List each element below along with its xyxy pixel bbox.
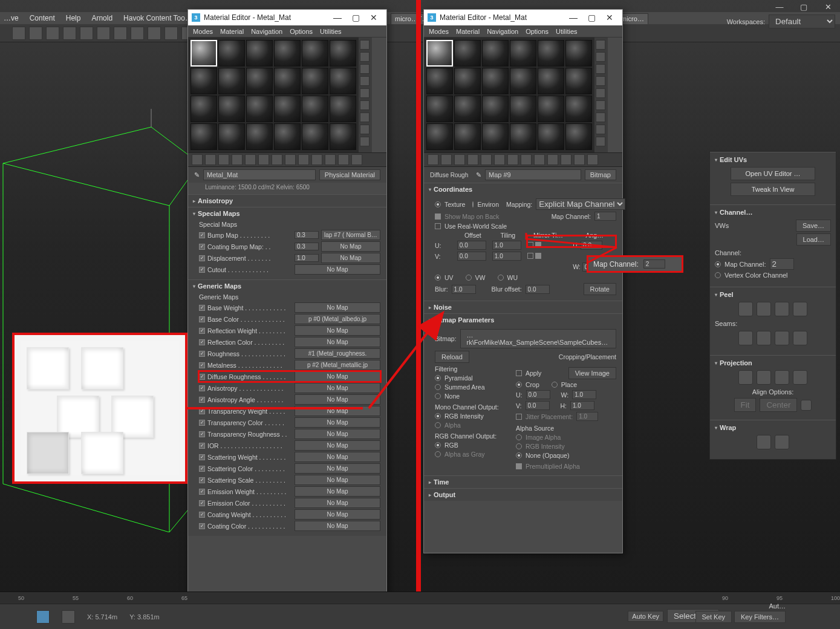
workspaces-select[interactable]: Default [769, 15, 835, 28]
map-slot-button[interactable]: No Map [295, 417, 380, 428]
map-slot-button[interactable]: No Map [295, 383, 380, 393]
side-tool-icon[interactable] [360, 76, 370, 86]
sample-slot[interactable] [565, 40, 592, 67]
reload-button[interactable]: Reload [435, 351, 469, 363]
map-enable-check[interactable] [199, 466, 205, 472]
toolbar-button[interactable] [80, 27, 93, 40]
mat-tool-icon[interactable] [507, 154, 518, 165]
map-enable-check[interactable] [199, 431, 205, 437]
map-enable-check[interactable] [199, 443, 205, 449]
menu-item[interactable]: Modes [193, 28, 213, 35]
map-slot-button[interactable]: No Map [295, 325, 380, 336]
sample-slot[interactable] [246, 68, 273, 94]
rotate-button[interactable]: Rotate [584, 283, 616, 295]
rgb-gray-radio[interactable] [435, 451, 441, 457]
mat-tool-icon[interactable] [232, 154, 243, 165]
mat-tool-icon[interactable] [547, 154, 558, 165]
map-slot-button[interactable]: No Map [295, 406, 380, 416]
seam-tool-icon[interactable] [793, 331, 807, 345]
map-type-button[interactable]: Bitmap [585, 169, 616, 180]
menu-item[interactable]: Options [290, 28, 313, 35]
map-slot-button[interactable]: No Map [295, 486, 380, 497]
map-enable-check[interactable] [199, 362, 205, 368]
real-world-check[interactable] [435, 223, 441, 229]
seam-tool-icon[interactable] [757, 331, 771, 345]
wrap-head[interactable]: Wrap [715, 424, 831, 431]
sample-slot[interactable] [482, 68, 509, 94]
map-enable-check[interactable] [199, 454, 205, 460]
peel-tool-icon[interactable] [757, 302, 771, 316]
eyedropper-icon[interactable]: ✎ [194, 171, 200, 179]
sample-slot[interactable] [538, 96, 564, 122]
mapchannel-callout-spinner[interactable] [643, 259, 665, 269]
none-opaque-radio[interactable] [516, 452, 522, 458]
map-enable-check[interactable] [199, 328, 205, 334]
map-enable-check[interactable] [199, 244, 205, 250]
close-button[interactable]: ✕ [816, 0, 840, 13]
map-slot-button[interactable]: p #0 (Metal_albedo.jp [295, 314, 380, 324]
sample-slot[interactable] [246, 123, 273, 150]
projection-tool-icon[interactable] [738, 370, 753, 385]
sample-slot[interactable] [482, 123, 509, 150]
peel-tool-icon[interactable] [775, 302, 789, 316]
map-enable-check[interactable] [199, 351, 205, 357]
sample-slot[interactable] [190, 68, 217, 94]
bitmap-path-button[interactable]: …rk\ForMike\Max_SampleScene\SampleCubes_… [460, 329, 616, 348]
sample-slot[interactable] [274, 96, 301, 122]
sample-slot[interactable] [246, 96, 273, 122]
menu-item[interactable]: Help [66, 14, 81, 22]
mat-tool-icon[interactable] [192, 154, 203, 165]
side-tool-icon[interactable] [596, 40, 605, 50]
rollout-special-maps[interactable]: Special Maps [188, 207, 386, 220]
mat-tool-icon[interactable] [574, 154, 585, 165]
mat-tool-icon[interactable] [245, 154, 256, 165]
projection-tool-icon[interactable] [775, 370, 789, 385]
sample-slot[interactable] [330, 68, 356, 94]
map-slot-button[interactable]: No Map [295, 429, 380, 439]
mat-tool-icon[interactable] [494, 154, 505, 165]
v-tile-check[interactable] [535, 253, 541, 259]
crop-w-spinner[interactable] [572, 390, 596, 399]
maximize-button[interactable]: ▢ [792, 0, 816, 13]
summed-area-radio[interactable] [435, 384, 441, 390]
projection-head[interactable]: Projection [715, 359, 831, 367]
map-enable-check[interactable] [199, 232, 205, 238]
blur-spinner[interactable] [452, 285, 476, 294]
minimize-button[interactable]: — [767, 0, 792, 13]
map-slot-button[interactable]: #1 (Metal_roughness. [295, 348, 380, 359]
close-icon[interactable]: ✕ [601, 13, 619, 22]
map-slot-button[interactable]: No Map [295, 394, 380, 405]
rollout-noise[interactable]: Noise [424, 301, 622, 313]
crop-v-spinner[interactable] [526, 401, 550, 410]
toolbar-button[interactable] [12, 27, 25, 40]
side-tool-icon[interactable] [360, 100, 370, 110]
sample-slot[interactable] [302, 123, 328, 150]
mat-tool-icon[interactable] [285, 154, 296, 165]
map-enable-check[interactable] [199, 339, 205, 345]
toolbar-button[interactable] [131, 27, 144, 40]
mono-rgb-radio[interactable] [435, 413, 441, 419]
material-name-input[interactable] [203, 169, 316, 180]
uv-radio[interactable] [435, 275, 441, 281]
status-icon[interactable] [62, 610, 75, 624]
map-enable-check[interactable] [199, 255, 205, 261]
fit-button[interactable]: Fit [734, 398, 757, 412]
jitter-spinner[interactable] [576, 412, 598, 421]
map-channel-radio[interactable] [715, 261, 721, 267]
side-tool-icon[interactable] [360, 125, 370, 134]
sample-slot[interactable] [510, 68, 536, 94]
center-button[interactable]: Center [760, 398, 797, 412]
mat-tool-icon[interactable] [467, 154, 478, 165]
map-enable-check[interactable] [199, 267, 205, 273]
side-tool-icon[interactable] [360, 137, 370, 146]
peel-head[interactable]: Peel [715, 291, 831, 298]
toolbar-button[interactable] [148, 27, 161, 40]
menu-item[interactable]: …ve [4, 14, 19, 22]
sample-slot[interactable] [218, 40, 245, 67]
premult-check[interactable] [516, 463, 522, 469]
edit-uvs-head[interactable]: Edit UVs [715, 156, 831, 163]
peel-tool-icon[interactable] [793, 302, 807, 316]
wu-radio[interactable] [498, 275, 504, 281]
rgb-radio[interactable] [435, 442, 441, 448]
place-radio[interactable] [552, 382, 558, 388]
